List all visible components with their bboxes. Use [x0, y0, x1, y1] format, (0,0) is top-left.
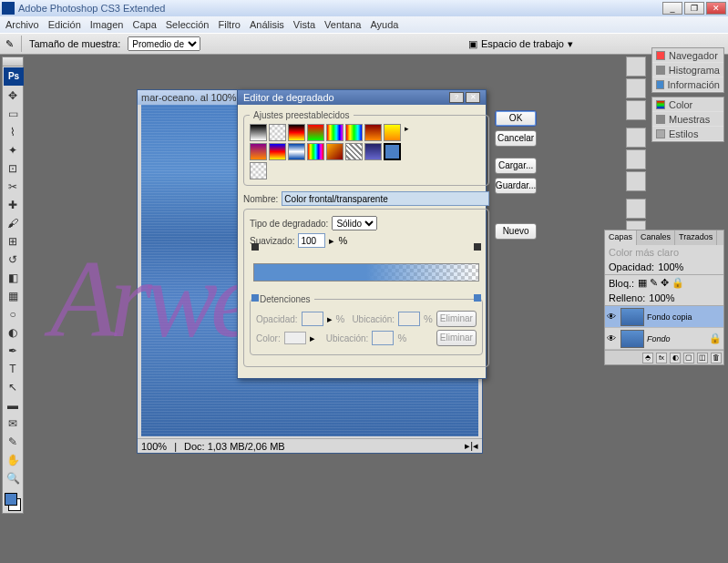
cancel-button[interactable]: Cancelar: [495, 130, 537, 147]
smoothness-input[interactable]: [298, 233, 325, 248]
preset-item[interactable]: [250, 162, 267, 179]
panel-icon[interactable]: [626, 149, 646, 169]
dialog-titlebar[interactable]: Editor de degradado ? ✕: [238, 90, 486, 105]
crop-tool[interactable]: ⊡: [3, 159, 23, 178]
history-brush-tool[interactable]: ↺: [3, 251, 23, 269]
preset-item[interactable]: [307, 124, 324, 141]
color-swatch[interactable]: [3, 491, 23, 513]
gradient-bar[interactable]: [253, 263, 479, 282]
preset-item[interactable]: [364, 143, 382, 160]
fill-value[interactable]: 100%: [649, 292, 674, 303]
histogram-panel-item[interactable]: Histograma: [652, 63, 723, 77]
tab-trazados[interactable]: Trazados: [675, 230, 717, 245]
preset-item[interactable]: [288, 124, 305, 141]
move-tool[interactable]: ✥: [3, 87, 23, 105]
hand-tool[interactable]: ✋: [3, 451, 23, 469]
trash-icon[interactable]: 🗑: [711, 353, 722, 363]
zoom-level[interactable]: 100%: [141, 441, 167, 452]
layer-thumbnail[interactable]: [620, 330, 644, 348]
color-stop[interactable]: [251, 294, 259, 302]
menu-capa[interactable]: Capa: [132, 19, 156, 30]
save-button[interactable]: Guardar...: [495, 178, 537, 194]
layer-thumbnail[interactable]: [620, 308, 644, 326]
preset-item[interactable]: [345, 124, 363, 141]
menu-ayuda[interactable]: Ayuda: [370, 19, 398, 30]
styles-panel-item[interactable]: Estilos: [652, 127, 723, 141]
brush-tool[interactable]: 🖌: [3, 214, 23, 232]
link-icon[interactable]: ⬘: [642, 353, 653, 363]
stamp-tool[interactable]: ⊞: [3, 232, 23, 251]
menu-filtro[interactable]: Filtro: [218, 19, 240, 30]
preset-item[interactable]: [307, 143, 324, 160]
marquee-tool[interactable]: ▭: [3, 105, 23, 123]
close-button[interactable]: ✕: [706, 2, 726, 15]
visibility-icon[interactable]: 👁: [607, 333, 618, 343]
pen-tool[interactable]: ✒: [3, 342, 23, 360]
gradient-tool[interactable]: ▦: [3, 287, 23, 305]
lasso-tool[interactable]: ⌇: [3, 123, 23, 141]
new-layer-icon[interactable]: ◫: [697, 353, 708, 363]
preset-item[interactable]: [364, 124, 382, 141]
presets-menu-icon[interactable]: ▸: [405, 124, 409, 179]
color-panel-item[interactable]: Color: [652, 97, 723, 112]
blur-tool[interactable]: ○: [3, 305, 23, 323]
minimize-button[interactable]: _: [662, 2, 682, 15]
lock-icons[interactable]: ▦ ✎ ✥ 🔒: [638, 277, 684, 289]
dialog-close-button[interactable]: ✕: [466, 92, 480, 103]
eyedropper-tool[interactable]: ✎: [3, 433, 23, 451]
preset-item[interactable]: [288, 143, 305, 160]
color-stop[interactable]: [474, 294, 481, 302]
heal-tool[interactable]: ✚: [3, 196, 23, 214]
menu-edicion[interactable]: Edición: [48, 19, 81, 30]
type-tool[interactable]: T: [3, 360, 23, 378]
menu-analisis[interactable]: Análisis: [250, 19, 284, 30]
panel-icon[interactable]: [626, 128, 646, 148]
panel-icon[interactable]: [626, 100, 646, 120]
dialog-help-button[interactable]: ?: [449, 92, 464, 103]
load-button[interactable]: Cargar...: [495, 158, 537, 174]
navigator-panel-item[interactable]: Navegador: [652, 48, 723, 63]
preset-item[interactable]: [250, 143, 267, 160]
panel-icon[interactable]: [626, 56, 646, 77]
gradient-type-select[interactable]: Sólido: [332, 216, 377, 230]
panel-icon[interactable]: [626, 78, 646, 98]
fx-icon[interactable]: fx: [656, 353, 667, 363]
folder-icon[interactable]: ▢: [683, 353, 694, 363]
preset-item[interactable]: [269, 143, 286, 160]
menu-archivo[interactable]: Archivo: [5, 19, 39, 30]
swatches-panel-item[interactable]: Muestras: [652, 112, 723, 127]
menu-seleccion[interactable]: Selección: [166, 19, 210, 30]
eraser-tool[interactable]: ◧: [3, 269, 23, 287]
wand-tool[interactable]: ✦: [3, 141, 23, 159]
blend-mode-select[interactable]: Color más claro: [609, 247, 679, 258]
panel-icon[interactable]: [626, 199, 646, 219]
preset-item[interactable]: [384, 124, 401, 141]
workspace-switcher[interactable]: ▣ Espacio de trabajo ▾: [468, 33, 573, 55]
menu-imagen[interactable]: Imagen: [90, 19, 124, 30]
shape-tool[interactable]: ▬: [3, 396, 23, 415]
info-panel-item[interactable]: Información: [652, 77, 723, 92]
preset-item[interactable]: [384, 143, 401, 160]
preset-item[interactable]: [250, 124, 267, 141]
slice-tool[interactable]: ✂: [3, 178, 23, 196]
sample-size-select[interactable]: Promedio de 5 x 5: [128, 36, 200, 51]
new-button[interactable]: Nuevo: [495, 223, 537, 240]
tab-canales[interactable]: Canales: [637, 230, 675, 245]
preset-item[interactable]: [326, 124, 343, 141]
ok-button[interactable]: OK: [495, 110, 537, 127]
menu-vista[interactable]: Vista: [293, 19, 315, 30]
opacity-value[interactable]: 100%: [658, 261, 683, 272]
menu-ventana[interactable]: Ventana: [324, 19, 361, 30]
tab-capas[interactable]: Capas: [605, 230, 637, 245]
layer-row[interactable]: 👁 Fondo copia: [605, 306, 723, 328]
layer-row[interactable]: 👁 Fondo 🔒: [605, 328, 723, 350]
preset-item[interactable]: [326, 143, 343, 160]
opacity-stop[interactable]: [474, 243, 481, 251]
visibility-icon[interactable]: 👁: [607, 312, 618, 322]
zoom-tool[interactable]: 🔍: [3, 469, 23, 487]
panel-icon[interactable]: [626, 171, 646, 191]
preset-item[interactable]: [269, 124, 286, 141]
mask-icon[interactable]: ◐: [670, 353, 681, 363]
maximize-button[interactable]: ❐: [684, 2, 704, 15]
dodge-tool[interactable]: ◐: [3, 323, 23, 342]
